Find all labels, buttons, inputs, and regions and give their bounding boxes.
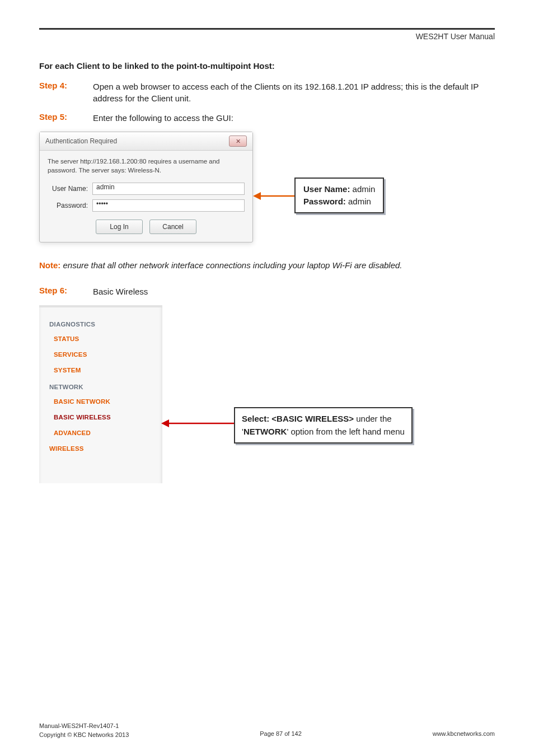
- sidebar-item-advanced[interactable]: ADVANCED: [39, 425, 162, 441]
- basic-wireless-callout: Select: <BASIC WIRELESS> under the 'NETW…: [234, 407, 413, 444]
- credentials-callout: User Name: admin Password: admin: [294, 178, 384, 213]
- callout2-l2-suffix: ' option from the left hand menu: [287, 427, 405, 436]
- auth-dialog: Authentication Required ✕ The server htt…: [39, 132, 253, 242]
- step-4-body: Open a web browser to access each of the…: [93, 81, 495, 104]
- sidebar-item-system[interactable]: SYSTEM: [39, 362, 162, 378]
- header-rule: [39, 28, 495, 30]
- note-label: Note:: [39, 260, 60, 270]
- username-input[interactable]: admin: [92, 183, 245, 195]
- step-5-body: Enter the following to access the GUI:: [93, 112, 495, 124]
- page-footer: Manual-WES2HT-Rev1407-1 Copyright © KBC …: [39, 722, 495, 739]
- footer-left: Manual-WES2HT-Rev1407-1 Copyright © KBC …: [39, 722, 129, 739]
- auth-dialog-title: Authentication Required: [45, 137, 117, 145]
- username-label: User Name:: [48, 185, 88, 193]
- sidebar-item-wireless[interactable]: WIRELESS: [39, 441, 162, 456]
- sidebar-item-basic-network[interactable]: BASIC NETWORK: [39, 394, 162, 409]
- sidebar-head-diagnostics: DIAGNOSTICS: [39, 315, 162, 331]
- callout2-l1-suffix: under the: [354, 414, 392, 423]
- callout2-menu-value: <BASIC WIRELESS>: [271, 414, 354, 423]
- cancel-button[interactable]: Cancel: [149, 220, 196, 234]
- login-button[interactable]: Log In: [96, 220, 143, 234]
- arrow-left-icon: [253, 189, 296, 203]
- sidebar-illustration: DIAGNOSTICS STATUS SERVICES SYSTEM NETWO…: [39, 305, 498, 490]
- svg-marker-3: [161, 419, 169, 427]
- sidebar-item-services[interactable]: SERVICES: [39, 347, 162, 362]
- callout2-network-label: NETWORK: [243, 427, 287, 436]
- step-5-row: Step 5: Enter the following to access th…: [39, 112, 495, 124]
- callout-user-label: User Name:: [303, 184, 350, 194]
- note-block: Note: ensure that all other network inte…: [39, 259, 495, 271]
- footer-copyright: Copyright © KBC Networks 2013: [39, 731, 129, 739]
- svg-marker-1: [253, 192, 261, 200]
- password-label: Password:: [48, 202, 88, 209]
- step-6-body: Basic Wireless: [93, 286, 495, 297]
- footer-page-number: Page 87 of 142: [129, 730, 432, 738]
- auth-titlebar: Authentication Required ✕: [40, 132, 252, 151]
- step-6-label: Step 6:: [39, 286, 78, 297]
- footer-url: www.kbcnetworks.com: [433, 730, 495, 738]
- footer-right: www.kbcnetworks.com: [433, 722, 495, 739]
- sidebar-panel: DIAGNOSTICS STATUS SERVICES SYSTEM NETWO…: [39, 305, 162, 483]
- callout-user-value: admin: [350, 184, 375, 194]
- footer-manual-id: Manual-WES2HT-Rev1407-1: [39, 722, 129, 730]
- step-4-label: Step 4:: [39, 81, 78, 104]
- callout2-select-label: Select:: [242, 414, 271, 423]
- sidebar-item-basic-wireless[interactable]: BASIC WIRELESS: [39, 409, 162, 425]
- auth-illustration: Authentication Required ✕ The server htt…: [39, 132, 498, 244]
- doc-title: WES2HT User Manual: [39, 32, 495, 41]
- close-icon[interactable]: ✕: [229, 136, 247, 147]
- step-4-row: Step 4: Open a web browser to access eac…: [39, 81, 495, 104]
- step-5-label: Step 5:: [39, 112, 78, 124]
- callout-pass-label: Password:: [303, 197, 346, 206]
- auth-dialog-message: The server http://192.168.1.200:80 requi…: [48, 157, 245, 175]
- section-heading: For each Client to be linked to the poin…: [39, 61, 495, 71]
- note-body: ensure that all other network interface …: [60, 260, 402, 270]
- callout-pass-value: admin: [346, 197, 371, 206]
- step-6-row: Step 6: Basic Wireless: [39, 286, 495, 297]
- sidebar-item-status[interactable]: STATUS: [39, 331, 162, 347]
- arrow-left-icon: [161, 417, 236, 430]
- footer-center: Page 87 of 142: [129, 722, 432, 739]
- password-input[interactable]: •••••: [92, 199, 245, 212]
- sidebar-head-network: NETWORK: [39, 378, 162, 394]
